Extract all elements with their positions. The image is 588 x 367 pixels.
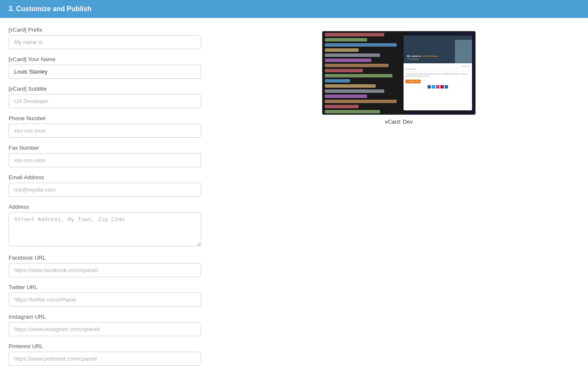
preview-label: vCard: Dev bbox=[385, 118, 413, 125]
form-group-twitter: Twitter URL bbox=[9, 284, 201, 307]
vcard-subtitle-display: UX Developer bbox=[407, 58, 438, 60]
label-vcard-prefix: [vCard] Prefix bbox=[9, 27, 201, 33]
input-vcard-subtitle[interactable] bbox=[9, 94, 201, 108]
preview-image: My name is Louis Stanley UX Developer Am… bbox=[322, 31, 476, 115]
code-background bbox=[322, 31, 407, 115]
vcard-name-display: Louis Stanley bbox=[422, 55, 438, 57]
label-vcard-name: [vCard] Your Name bbox=[9, 56, 201, 62]
form-group-address: Address bbox=[9, 204, 201, 248]
form-group-instagram: Instagram URL bbox=[9, 314, 201, 336]
form-group-facebook: Facebook URL bbox=[9, 255, 201, 277]
input-email[interactable] bbox=[9, 183, 201, 197]
vcard-linkedin-icon bbox=[445, 85, 448, 89]
input-twitter[interactable] bbox=[9, 293, 201, 307]
vcard-preview-card: My name is Louis Stanley UX Developer Am… bbox=[404, 36, 472, 110]
label-fax: Fax Number bbox=[9, 145, 201, 151]
input-pinterest[interactable] bbox=[9, 352, 201, 366]
input-instagram[interactable] bbox=[9, 322, 201, 336]
vcard-avatar bbox=[455, 40, 472, 63]
form-group-vcard-subtitle: [vCard] Subtitle bbox=[9, 86, 201, 108]
form-group-phone: Phone Number bbox=[9, 115, 201, 138]
content-area: [vCard] Prefix [vCard] Your Name [vCard]… bbox=[0, 18, 588, 367]
form-group-pinterest: Pinterest URL bbox=[9, 343, 201, 366]
form-group-fax: Fax Number bbox=[9, 145, 201, 167]
vcard-location: Amsterdam bbox=[405, 65, 470, 67]
label-facebook: Facebook URL bbox=[9, 255, 201, 261]
label-phone: Phone Number bbox=[9, 115, 201, 121]
form-group-email: Email Address bbox=[9, 174, 201, 197]
form-group-vcard-prefix: [vCard] Prefix bbox=[9, 27, 201, 49]
input-phone[interactable] bbox=[9, 124, 201, 138]
label-vcard-subtitle: [vCard] Subtitle bbox=[9, 86, 201, 92]
section-title: 3. Customize and Publish bbox=[9, 5, 92, 12]
vcard-social-icons bbox=[405, 85, 470, 89]
input-facebook[interactable] bbox=[9, 263, 201, 277]
label-pinterest: Pinterest URL bbox=[9, 343, 201, 349]
label-address: Address bbox=[9, 204, 201, 210]
vcard-cta-btn: CONTACT ME bbox=[405, 80, 421, 83]
input-vcard-prefix[interactable] bbox=[9, 35, 201, 49]
vcard-twitter-icon bbox=[432, 85, 435, 89]
label-twitter: Twitter URL bbox=[9, 284, 201, 290]
vcard-instagram-icon bbox=[436, 85, 440, 89]
vcard-facebook-icon bbox=[428, 85, 431, 89]
vcard-pinterest-icon bbox=[440, 85, 444, 89]
vcard-bio: I'm an interactive developer with profes… bbox=[405, 73, 470, 77]
vcard-prefix-display: My name is bbox=[407, 55, 422, 57]
input-vcard-name[interactable] bbox=[9, 65, 201, 79]
label-email: Email Address bbox=[9, 174, 201, 181]
label-instagram: Instagram URL bbox=[9, 314, 201, 320]
preview-image-container: My name is Louis Stanley UX Developer Am… bbox=[322, 31, 476, 115]
form-group-vcard-name: [vCard] Your Name bbox=[9, 56, 201, 79]
page-wrapper: 3. Customize and Publish [vCard] Prefix … bbox=[0, 0, 588, 367]
form-section: [vCard] Prefix [vCard] Your Name [vCard]… bbox=[9, 27, 201, 367]
preview-section: My name is Louis Stanley UX Developer Am… bbox=[218, 27, 579, 367]
input-address[interactable] bbox=[9, 212, 201, 246]
section-header: 3. Customize and Publish bbox=[0, 0, 588, 18]
input-fax[interactable] bbox=[9, 153, 201, 167]
